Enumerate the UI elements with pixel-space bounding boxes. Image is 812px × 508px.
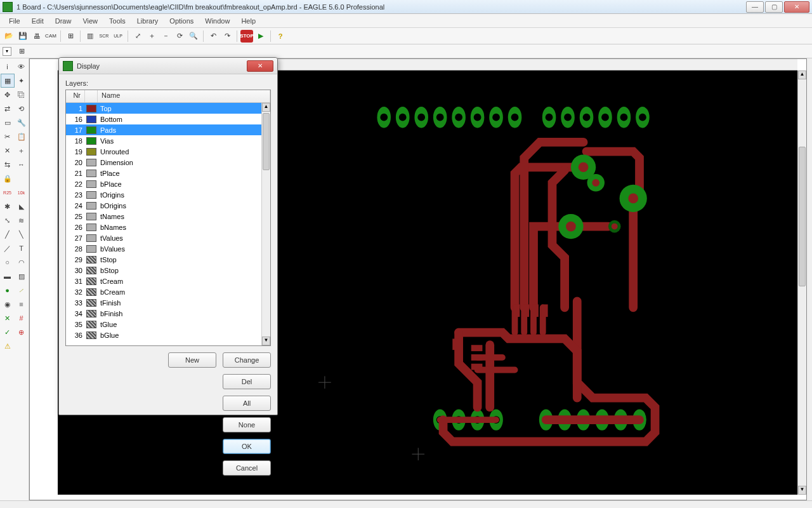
polygon-tool-icon[interactable]: ▨	[15, 269, 29, 283]
move-tool-icon[interactable]: ✥	[1, 88, 15, 102]
layers-scroll-down-icon[interactable]: ▼	[262, 337, 270, 345]
mirror-tool-icon[interactable]: ⇄	[1, 102, 15, 116]
scroll-up-icon[interactable]: ▲	[798, 70, 806, 79]
layer-row[interactable]: 28bValues	[66, 243, 261, 254]
layers-scroll-thumb[interactable]	[263, 113, 270, 170]
all-button[interactable]: All	[223, 396, 271, 411]
layer-row[interactable]: 25tNames	[66, 211, 261, 222]
layers-scrollbar[interactable]: ▲ ▼	[261, 103, 270, 345]
cam-icon[interactable]: CAM	[44, 30, 57, 43]
menu-file[interactable]: File	[4, 16, 25, 26]
stop-icon[interactable]: STOP	[240, 30, 253, 43]
layer-row[interactable]: 36bGlue	[66, 330, 261, 340]
menu-edit[interactable]: Edit	[27, 16, 49, 26]
layer-row[interactable]: 26bNames	[66, 222, 261, 232]
copy-tool-icon[interactable]: ⿻	[15, 88, 29, 102]
del-button[interactable]: Del	[223, 374, 271, 389]
cut-tool-icon[interactable]: ✂	[1, 130, 15, 144]
ratsnest-tool-icon[interactable]: ✕	[1, 311, 15, 325]
show-tool-icon[interactable]: 👁	[15, 60, 29, 74]
board-schematic-icon[interactable]: ⊞	[64, 30, 77, 43]
name-tool-icon[interactable]: R25	[1, 185, 15, 199]
menu-help[interactable]: Help	[236, 16, 261, 26]
dialog-close-button[interactable]: ✕	[247, 60, 273, 72]
layer-row[interactable]: 17Pads	[66, 124, 261, 135]
layer-row[interactable]: 35tGlue	[66, 319, 261, 330]
menu-library[interactable]: Library	[132, 16, 164, 26]
hole-tool-icon[interactable]: ◉	[1, 297, 15, 311]
attribute-tool-icon[interactable]: ≡	[15, 297, 29, 311]
layer-row[interactable]: 1Top	[66, 103, 261, 114]
layer-row[interactable]: 30bStop	[66, 265, 261, 276]
print-icon[interactable]: 🖶	[30, 30, 43, 43]
miter-tool-icon[interactable]: ◣	[15, 199, 29, 213]
group-tool-icon[interactable]: ▭	[1, 116, 15, 130]
layer-row[interactable]: 22bPlace	[66, 178, 261, 189]
canvas-vertical-scrollbar[interactable]: ▲ ▼	[797, 70, 806, 495]
mark-tool-icon[interactable]: ✦	[15, 74, 29, 88]
replace-tool-icon[interactable]: ↔	[15, 157, 29, 171]
layer-row[interactable]: 24bOrigins	[66, 200, 261, 211]
layer-row[interactable]: 21tPlace	[66, 168, 261, 178]
grid-snap-icon[interactable]: ⊞	[15, 45, 28, 58]
wire-tool-icon[interactable]: ／	[1, 241, 15, 255]
help-icon[interactable]: ?	[274, 30, 287, 43]
undo-icon[interactable]: ↶	[207, 30, 219, 43]
drc-tool-icon[interactable]: ⊕	[15, 325, 29, 339]
zoom-redraw-icon[interactable]: ⟳	[173, 30, 186, 43]
scroll-thumb[interactable]	[799, 147, 806, 286]
ok-button[interactable]: OK	[223, 439, 271, 454]
save-icon[interactable]: 💾	[16, 30, 29, 43]
library-icon[interactable]: ▥	[84, 30, 96, 43]
menu-view[interactable]: View	[77, 16, 103, 26]
layer-row[interactable]: 32bCream	[66, 286, 261, 297]
split-tool-icon[interactable]: ⤡	[1, 213, 15, 227]
zoom-out-icon[interactable]: －	[159, 30, 172, 43]
zoom-select-icon[interactable]: 🔍	[187, 30, 200, 43]
go-icon[interactable]: ▶	[254, 30, 267, 43]
auto-tool-icon[interactable]: #	[15, 311, 29, 325]
scroll-down-icon[interactable]: ▼	[798, 486, 806, 495]
rect-tool-icon[interactable]: ▬	[1, 269, 15, 283]
menu-tools[interactable]: Tools	[104, 16, 131, 26]
maximize-button[interactable]: ▢	[765, 1, 783, 13]
errors-tool-icon[interactable]: ⚠	[1, 339, 15, 353]
dialog-titlebar[interactable]: Display ✕	[59, 58, 277, 74]
layer-row[interactable]: 27tValues	[66, 232, 261, 243]
layer-row[interactable]: 23tOrigins	[66, 189, 261, 200]
optimize-tool-icon[interactable]: ≋	[15, 213, 29, 227]
none-button[interactable]: None	[223, 417, 271, 432]
value-tool-icon[interactable]: 10k	[15, 185, 29, 199]
menu-draw[interactable]: Draw	[50, 16, 77, 26]
menu-options[interactable]: Options	[164, 16, 199, 26]
display-tool-icon[interactable]: ▦	[1, 74, 15, 88]
col-nr[interactable]: Nr	[66, 90, 85, 102]
circle-tool-icon[interactable]: ○	[1, 255, 15, 269]
cancel-button[interactable]: Cancel	[223, 460, 271, 476]
open-icon[interactable]: 📂	[3, 30, 15, 43]
pinswap-tool-icon[interactable]: ⇆	[1, 157, 15, 171]
smash-tool-icon[interactable]: ✱	[1, 199, 15, 213]
layer-row[interactable]: 31tCream	[66, 276, 261, 286]
new-button[interactable]: New	[168, 352, 216, 368]
rotate-tool-icon[interactable]: ⟲	[15, 102, 29, 116]
grid-dropdown[interactable]: ▾	[3, 47, 11, 56]
menu-window[interactable]: Window	[200, 16, 235, 26]
script-icon[interactable]: SCR	[98, 30, 110, 43]
via-tool-icon[interactable]: ●	[1, 283, 15, 297]
info-tool-icon[interactable]: i	[1, 60, 15, 74]
zoom-fit-icon[interactable]: ⤢	[131, 30, 144, 43]
ripup-tool-icon[interactable]: ╲	[15, 227, 29, 241]
layer-row[interactable]: 16Bottom	[66, 114, 261, 124]
lock-tool-icon[interactable]: 🔒	[1, 171, 15, 185]
erc-tool-icon[interactable]: ✓	[1, 325, 15, 339]
signal-tool-icon[interactable]: ⟋	[15, 283, 29, 297]
paste-tool-icon[interactable]: 📋	[15, 130, 29, 144]
ulp-icon[interactable]: ULP	[112, 30, 124, 43]
change-tool-icon[interactable]: 🔧	[15, 116, 29, 130]
layer-row[interactable]: 29tStop	[66, 254, 261, 265]
route-tool-icon[interactable]: ╱	[1, 227, 15, 241]
layers-listbox[interactable]: Nr Name 1Top16Bottom17Pads18Vias19Unrout…	[65, 90, 271, 346]
delete-tool-icon[interactable]: ✕	[1, 144, 15, 157]
layers-scroll-up-icon[interactable]: ▲	[262, 103, 270, 112]
